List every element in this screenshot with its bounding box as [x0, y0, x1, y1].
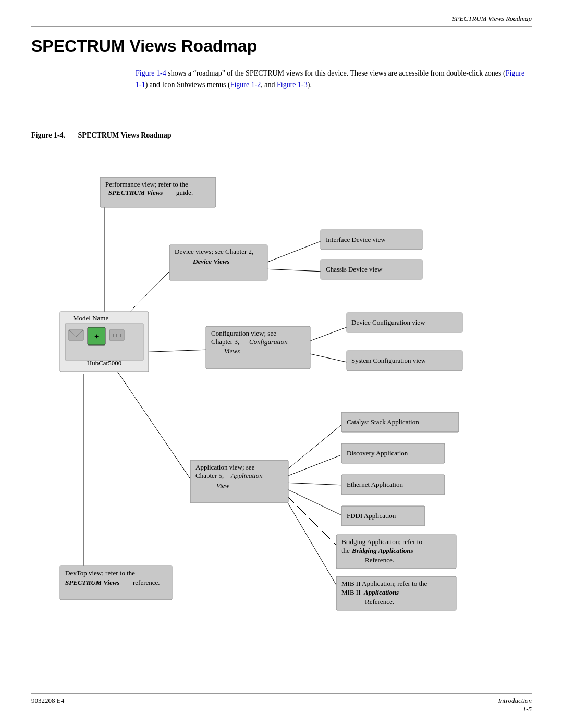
devtop-text1: DevTop view; refer to the — [65, 569, 135, 577]
header-title: SPECTRUM Views Roadmap — [452, 15, 532, 22]
figure-1-3-link[interactable]: Figure 1-3 — [277, 81, 308, 89]
svg-line-3 — [263, 240, 323, 264]
svg-line-10 — [284, 454, 344, 477]
config-link-part2[interactable]: Views — [224, 347, 240, 355]
system-config-label: System Configuration view — [351, 356, 426, 364]
figure-label: Figure 1-4. SPECTRUM Views Roadmap — [31, 131, 171, 140]
model-name-value: HubCat5000 — [87, 359, 121, 367]
performance-text2: SPECTRUM Views — [108, 189, 163, 196]
svg-line-9 — [284, 423, 344, 472]
figure-1-2-link[interactable]: Figure 1-2 — [230, 81, 261, 89]
bridging-text3: Reference. — [365, 556, 394, 564]
footer-left: 9032208 E4 — [31, 697, 64, 713]
mib2-text2b: Applications — [363, 588, 399, 596]
device-views-text1: Device views; see Chapter 2, — [175, 248, 253, 255]
page-footer: 9032208 E4 Introduction 1-5 — [31, 693, 532, 713]
devtop-text2b: reference. — [133, 578, 160, 586]
footer-right-line2: 1-5 — [498, 705, 532, 713]
svg-line-8 — [112, 364, 193, 483]
performance-text1: Performance view; refer to the — [105, 180, 188, 188]
ethernet-label: Ethernet Application — [347, 480, 403, 488]
mib2-text2a: MIB II — [341, 588, 360, 596]
svg-line-6 — [308, 326, 349, 342]
svg-line-11 — [284, 483, 344, 485]
devtop-text2a: SPECTRUM Views — [65, 578, 119, 586]
bridging-text1: Bridging Application; refer to — [341, 538, 422, 546]
intro-paragraph: Figure 1-4 shows a “roadmap” of the SPEC… — [136, 68, 532, 90]
figure-1-4-link[interactable]: Figure 1-4 — [136, 69, 166, 77]
chassis-label: Chassis Device view — [326, 265, 383, 273]
roadmap-diagram: Model Name ✦ HubCat5000 Performance view… — [31, 150, 532, 697]
intro-text2: shows a “roadmap” of the SPECTRUM views … — [166, 69, 506, 77]
catalyst-label: Catalyst Stack Application — [347, 418, 419, 426]
footer-right-line1: Introduction — [498, 697, 532, 705]
app-text2: Chapter 5, — [195, 472, 224, 479]
svg-line-4 — [263, 269, 323, 272]
page-header: SPECTRUM Views Roadmap — [452, 15, 532, 23]
svg-text:✦: ✦ — [94, 332, 100, 340]
config-text2: Chapter 3, — [211, 338, 239, 346]
app-text1: Application view; see — [195, 463, 255, 471]
header-rule — [31, 26, 532, 27]
intro-text4: ) and Icon Subviews menus ( — [145, 81, 230, 89]
fddi-label: FDDI Application — [347, 512, 396, 520]
device-config-label: Device Configuration view — [351, 318, 425, 326]
figure-container: Model Name ✦ HubCat5000 Performance view… — [31, 150, 532, 697]
interface-label: Interface Device view — [326, 236, 386, 243]
page-title: SPECTRUM Views Roadmap — [31, 36, 257, 56]
app-link-part1[interactable]: Application — [230, 472, 263, 479]
footer-right: Introduction 1-5 — [498, 697, 532, 713]
mib2-text3: Reference. — [365, 598, 394, 606]
app-link-part2[interactable]: View — [216, 482, 229, 489]
bridging-text2a: the — [341, 547, 350, 554]
discovery-label: Discovery Application — [347, 449, 408, 457]
mib2-text1: MIB II Application; refer to the — [341, 579, 427, 587]
config-text1: Configuration view; see — [211, 329, 276, 337]
intro-text6: , and — [261, 81, 277, 89]
device-views-link[interactable]: Device Views — [192, 257, 229, 265]
figure-number: Figure 1-4. — [31, 131, 65, 139]
model-name-label: Model Name — [73, 314, 108, 322]
bridging-text2b: Bridging Applications — [351, 547, 413, 554]
intro-text8: ). — [308, 81, 312, 89]
svg-rect-18 — [69, 330, 83, 340]
svg-line-7 — [308, 353, 349, 363]
svg-line-14 — [284, 497, 339, 589]
performance-text3: guide. — [176, 189, 193, 196]
config-link-part1[interactable]: Configuration — [249, 338, 288, 346]
svg-line-13 — [284, 493, 339, 548]
figure-title: SPECTRUM Views Roadmap — [78, 131, 172, 139]
